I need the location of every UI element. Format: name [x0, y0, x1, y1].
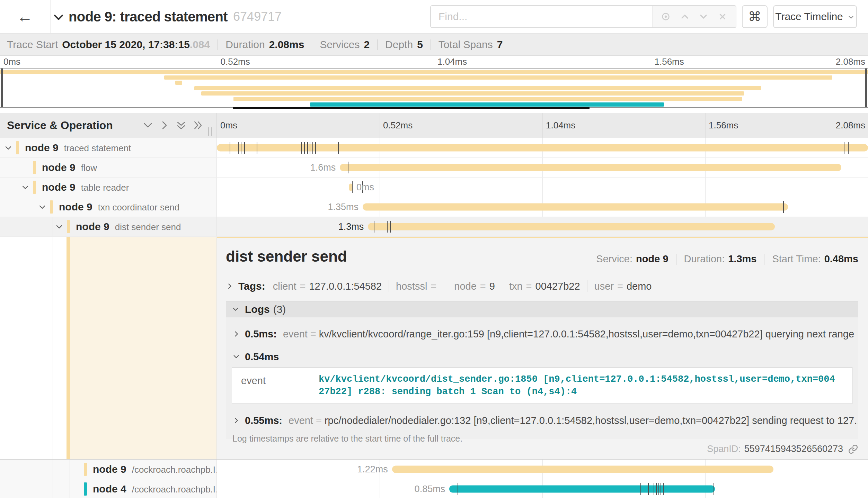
back-button[interactable]: ← — [0, 0, 51, 33]
span-detail-indent-column — [0, 237, 217, 459]
link-icon[interactable] — [848, 444, 858, 454]
span-color-bar — [50, 200, 53, 214]
span-row-name-cell[interactable]: node 9traced statement — [0, 138, 217, 157]
collapse-one-icon[interactable] — [143, 120, 153, 130]
span-detail-row: dist sender send Service: node 9 Duratio… — [0, 237, 868, 460]
span-duration-bar[interactable] — [449, 486, 715, 493]
clear-find-icon[interactable] — [717, 11, 728, 22]
span-duration-bar[interactable] — [217, 144, 868, 152]
span-row-timeline-cell[interactable]: 1.22ms — [217, 460, 868, 479]
tag-equals: = — [526, 281, 532, 292]
log-entry-collapsed[interactable]: 0.5ms: event = kv/kvclient/kvcoord/range… — [226, 326, 858, 342]
minimap-span-bar — [0, 70, 868, 74]
tree-guide-line — [19, 479, 19, 498]
span-duration-label: 0.85ms — [415, 484, 445, 495]
log-value: kv/kvclient/kvcoord/range_iter.go:159 [n… — [319, 328, 858, 340]
span-row-labels: node 9flow — [42, 162, 97, 173]
span-row[interactable]: node 9flow1.6ms — [0, 158, 868, 178]
log-timestamp: 0.55ms: — [245, 415, 282, 426]
span-row-name-cell[interactable]: node 9/cockroach.roachpb.I... — [0, 460, 217, 479]
span-duration-bar[interactable] — [392, 466, 774, 473]
log-marker-tick — [257, 142, 257, 154]
minimap-range-indicator[interactable] — [233, 107, 590, 109]
tick-label: 1.56ms — [709, 120, 738, 131]
minimap-span-bar — [201, 91, 744, 96]
span-row[interactable]: node 9txn coordinator send1.35ms — [0, 197, 868, 217]
chevron-down-icon[interactable] — [38, 203, 46, 211]
tree-guide-line — [36, 479, 36, 498]
span-duration-label: 1.3ms — [338, 221, 364, 232]
log-timestamp: 0.5ms: — [245, 328, 277, 340]
span-row[interactable]: node 9table reader0ms — [0, 178, 868, 197]
minimap-right-scrubber[interactable] — [865, 69, 867, 107]
span-row-name-cell[interactable]: node 4/cockroach.roachpb.I... — [0, 479, 217, 498]
log-marker-tick — [244, 142, 245, 154]
find-input[interactable] — [431, 6, 652, 27]
span-duration-bar[interactable] — [368, 223, 775, 230]
tree-guide-line — [36, 197, 36, 217]
chevron-down-icon[interactable] — [21, 183, 29, 191]
operation-name: /cockroach.roachpb.I... — [132, 464, 217, 475]
prev-match-icon[interactable] — [679, 11, 690, 22]
log-marker-tick — [374, 221, 374, 233]
column-resizer-handle[interactable] — [208, 127, 212, 136]
start-time-value: 0.48ms — [824, 253, 858, 265]
tags-accordion[interactable]: Tags: client=127.0.0.1:54582hostssl=node… — [226, 278, 652, 294]
trace-view-selector[interactable]: Trace Timeline — [773, 5, 857, 28]
service-name: node 9 — [59, 201, 92, 212]
page-title: node 9: traced statement — [69, 9, 228, 25]
summary-label: Trace Start — [7, 39, 58, 51]
span-row-timeline-cell[interactable]: 1.35ms — [217, 197, 868, 217]
span-row-timeline-cell[interactable]: 1.3ms — [217, 217, 868, 236]
span-row-name-cell[interactable]: node 9txn coordinator send — [0, 197, 217, 217]
tick-label: 2.08ms — [836, 56, 865, 67]
span-row-timeline-cell[interactable]: 0.85ms — [217, 479, 868, 498]
scope-match-icon[interactable] — [660, 11, 671, 22]
expand-all-icon[interactable] — [193, 120, 203, 130]
summary-label: Services — [320, 39, 360, 51]
span-duration-label: 1.22ms — [357, 464, 388, 475]
chevron-down-icon[interactable] — [4, 144, 12, 152]
span-row-name-cell[interactable]: node 9table reader — [0, 178, 217, 197]
span-color-bar — [33, 161, 36, 174]
span-row-timeline-cell[interactable]: 0ms — [217, 178, 868, 197]
span-row-name-cell[interactable]: node 9dist sender send — [0, 217, 217, 236]
span-row[interactable]: node 9/cockroach.roachpb.I...1.22ms — [0, 460, 868, 479]
log-entry-expanded-header[interactable]: 0.54ms — [226, 349, 858, 364]
span-row[interactable]: node 9traced statement — [0, 138, 868, 158]
collapse-all-icon[interactable] — [176, 120, 186, 130]
divider — [312, 39, 312, 50]
span-row-timeline-cell[interactable]: 1.6ms — [217, 158, 868, 177]
log-event-value: kv/kvclient/kvcoord/dist_sender.go:1850 … — [319, 372, 852, 399]
tick-label: 1.04ms — [546, 120, 575, 131]
minimap-tick-labels: 0ms0.52ms1.04ms1.56ms2.08ms — [0, 56, 868, 67]
tree-guide-line — [36, 237, 36, 459]
chevron-down-icon[interactable] — [52, 11, 65, 24]
log-entry-collapsed[interactable]: 0.55ms: event = rpc/nodedialer/nodediale… — [226, 413, 858, 428]
span-duration-bar[interactable] — [363, 203, 788, 211]
divider — [502, 280, 502, 292]
service-name: node 9 — [76, 221, 109, 232]
log-marker-tick — [648, 483, 649, 495]
expand-one-icon[interactable] — [159, 120, 170, 130]
minimap-span-bar — [175, 81, 182, 85]
summary-value: 5 — [417, 39, 423, 51]
span-row-timeline-cell[interactable] — [217, 138, 868, 157]
minimap-canvas[interactable] — [0, 68, 868, 108]
span-row-name-cell[interactable]: node 9flow — [0, 158, 217, 177]
minimap-left-scrubber[interactable] — [1, 69, 3, 107]
tag-equals: = — [431, 281, 436, 292]
span-row[interactable]: node 9dist sender send1.3ms — [0, 217, 868, 237]
tag-key: node — [454, 281, 477, 292]
duration-value: 1.3ms — [728, 253, 756, 265]
next-match-icon[interactable] — [698, 11, 709, 22]
tree-guide-line — [2, 237, 2, 459]
span-row-labels: node 4/cockroach.roachpb.I... — [93, 483, 217, 495]
span-row[interactable]: node 4/cockroach.roachpb.I...0.85ms — [0, 479, 868, 498]
log-marker-tick — [783, 201, 784, 213]
span-duration-bar[interactable] — [340, 164, 841, 171]
chevron-down-icon[interactable] — [55, 223, 63, 231]
tree-guide-line — [2, 197, 2, 217]
logs-header[interactable]: Logs (3) — [226, 301, 858, 317]
keyboard-shortcuts-button[interactable]: ⌘ — [742, 5, 768, 28]
